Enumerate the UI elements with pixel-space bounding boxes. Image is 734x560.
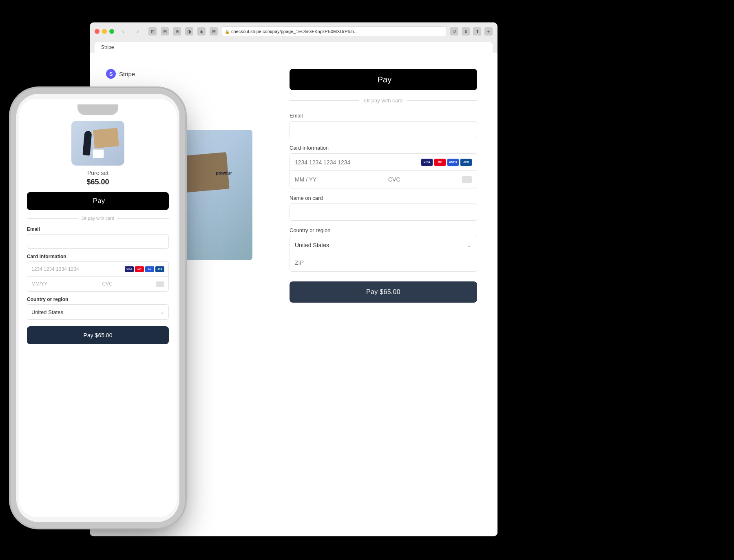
- mobile-divider-row: Or pay with card: [27, 216, 169, 221]
- mobile-divider-text: Or pay with card: [82, 216, 114, 221]
- mobile-divider-line-left: [27, 218, 78, 219]
- apple-pay-button[interactable]: Pay: [290, 69, 477, 90]
- mastercard-icon: MC: [434, 159, 446, 166]
- mobile-card-cvc-placeholder: CVC: [102, 281, 155, 287]
- mobile-card-info-label: Card information: [27, 254, 169, 259]
- card-cvc-input[interactable]: [388, 176, 460, 183]
- reload-icon[interactable]: ↺: [450, 27, 458, 35]
- card-bottom-row: [290, 171, 477, 188]
- pay-button[interactable]: Pay $65.00: [290, 281, 477, 303]
- email-input[interactable]: [290, 121, 477, 138]
- name-input[interactable]: [290, 204, 477, 221]
- mobile-country-wrapper: United States ⌄: [27, 304, 169, 320]
- right-panel: Pay Or pay with card Email Card informat…: [269, 53, 497, 536]
- stripe-name: Stripe: [119, 71, 135, 77]
- mobile-cvc-icon: [156, 281, 164, 287]
- mobile-country-select[interactable]: United States ⌄: [27, 305, 168, 319]
- visa-icon: VISA: [421, 159, 433, 166]
- mobile-card-expiry-placeholder: MM/YY: [27, 277, 98, 291]
- mobile-card-icons: VISA MC AX JCB: [125, 266, 164, 272]
- country-region-wrapper: United States ⌄: [290, 236, 477, 272]
- mobile-country-label: Country or region: [27, 297, 169, 302]
- forward-button[interactable]: ›: [132, 27, 144, 35]
- divider-text: Or pay with card: [364, 97, 403, 104]
- country-label: Country or region: [290, 227, 477, 233]
- card-info-label: Card information: [290, 145, 477, 151]
- mobile-inner: Pure set $65.00 Pay Or pay with card Ema…: [19, 99, 177, 517]
- mobile-email-input[interactable]: [27, 234, 169, 249]
- card-number-row: VISA MC AMEX JCB: [290, 154, 477, 171]
- lock-icon: 🔒: [225, 29, 230, 34]
- mobile-card-cvc-wrapper: CVC: [98, 277, 169, 291]
- name-label: Name on card: [290, 195, 477, 201]
- card-icons: VISA MC AMEX JCB: [421, 159, 472, 166]
- traffic-lights: [95, 29, 114, 34]
- mobile-pay-button[interactable]: Pay $65.00: [27, 326, 169, 344]
- divider-row: Or pay with card: [290, 97, 477, 104]
- stripe-logo-area: S Stripe: [106, 69, 252, 79]
- ext2-icon[interactable]: ⊞: [210, 27, 218, 35]
- zip-input[interactable]: [290, 254, 477, 271]
- mobile-mc-icon: MC: [135, 266, 144, 272]
- minimize-button[interactable]: [102, 29, 107, 34]
- mobile-product-image: [71, 121, 124, 166]
- country-select[interactable]: United States ⌄: [290, 236, 477, 254]
- mobile-card-bottom-row: MM/YY CVC: [27, 277, 168, 291]
- mobile-card-wrapper: 1234 1234 1234 1234 VISA MC AX JCB MM/YY…: [27, 261, 169, 292]
- tab-icon[interactable]: ⊟: [161, 27, 169, 35]
- mobile-tube-shape: [82, 131, 92, 155]
- mobile-card-number-placeholder: 1234 1234 1234 1234: [31, 266, 122, 272]
- download-icon[interactable]: ⬇: [462, 27, 470, 35]
- card-number-input[interactable]: [295, 159, 418, 166]
- browser-chrome: ‹ › ⊡ ⊟ ⊕ ◑ ◈ ⊞ 🔒 checkout.stripe.com/pa…: [90, 22, 497, 53]
- stripe-badge-icon: S: [106, 69, 116, 79]
- mobile-jcb-icon: JCB: [155, 266, 164, 272]
- mobile-cup-shape: [93, 149, 104, 158]
- mobile-divider-line-right: [117, 218, 169, 219]
- mobile-box-shape: [93, 128, 119, 148]
- jcb-icon: JCB: [460, 159, 472, 166]
- security-icon[interactable]: ⊕: [173, 27, 181, 35]
- chevron-down-icon: ⌄: [467, 242, 472, 248]
- mobile-country-value: United States: [31, 309, 160, 315]
- back-button[interactable]: ‹: [117, 27, 129, 35]
- ext-icon[interactable]: ◈: [197, 27, 206, 35]
- browser-toolbar: ⊡ ⊟ ⊕ ◑ ◈ ⊞: [148, 27, 218, 35]
- share-icon[interactable]: ⬆: [473, 27, 481, 35]
- mobile-product-name: Pure set: [27, 170, 169, 176]
- mobile-content: Pure set $65.00 Pay Or pay with card Ema…: [19, 113, 177, 517]
- divider-line-right: [407, 100, 477, 101]
- maximize-button[interactable]: [109, 29, 114, 34]
- mobile-apple-pay-button[interactable]: Pay: [27, 192, 169, 210]
- new-tab-icon[interactable]: +: [484, 27, 493, 35]
- card-cvc-wrapper: [383, 171, 477, 188]
- mobile-visa-icon: VISA: [125, 266, 134, 272]
- amex-icon: AMEX: [447, 159, 459, 166]
- settings-icon[interactable]: ◑: [185, 27, 193, 35]
- close-button[interactable]: [95, 29, 99, 34]
- product-brand-text: powdur: [216, 170, 232, 175]
- mobile-product-price: $65.00: [27, 178, 169, 186]
- card-info-wrapper: VISA MC AMEX JCB: [290, 153, 477, 188]
- email-label: Email: [290, 113, 477, 119]
- reader-view-icon[interactable]: ⊡: [148, 27, 157, 35]
- mobile-amex-icon: AX: [145, 266, 154, 272]
- browser-controls: ‹ › ⊡ ⊟ ⊕ ◑ ◈ ⊞ 🔒 checkout.stripe.com/pa…: [95, 27, 493, 36]
- mobile-device: Pure set $65.00 Pay Or pay with card Ema…: [16, 94, 179, 522]
- country-value: United States: [295, 242, 467, 248]
- divider-line-left: [290, 100, 359, 101]
- browser-tab[interactable]: Stripe: [95, 42, 493, 53]
- url-text: checkout.stripe.com/pay/ppage_1EOlnGFKnp…: [231, 29, 358, 34]
- address-bar[interactable]: 🔒 checkout.stripe.com/pay/ppage_1EOlnGFK…: [221, 27, 447, 36]
- mobile-chevron-down-icon: ⌄: [160, 309, 164, 315]
- card-expiry-input[interactable]: [290, 171, 383, 188]
- cvc-card-icon: [462, 176, 472, 183]
- mobile-card-number-row: 1234 1234 1234 1234 VISA MC AX JCB: [27, 262, 168, 277]
- mobile-email-label: Email: [27, 226, 169, 232]
